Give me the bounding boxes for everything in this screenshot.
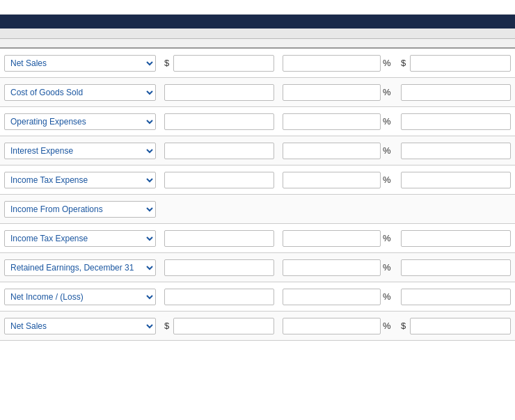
table-row: Operating Expenses% [0,107,515,136]
dollar-input-pina-net-sales-2[interactable] [410,318,511,334]
percent-sign: % [383,145,393,156]
percent-input-sheridan-cost-of-goods-sold[interactable] [283,84,381,101]
row-select-noinput-income-from-operations[interactable]: Income From Operations [4,201,156,218]
row-dollar-pina-net-sales[interactable]: $ [397,52,515,74]
table-header [0,15,515,29]
row-percent-sheridan-cost-of-goods-sold[interactable]: % [278,81,397,104]
row-label-net-sales-2[interactable]: Net Sales [0,315,160,337]
dollar-sign-icon: $ [401,321,408,331]
col-header-percent-sheridan [278,39,397,47]
row-percent-sheridan-net-sales[interactable]: % [278,52,397,74]
row-label-income-from-operations[interactable]: Income From Operations [0,198,160,220]
row-dollar-pina-income-from-operations [397,207,515,212]
percent-sign: % [383,233,393,243]
dollar-input-pina-operating-expenses[interactable] [401,113,511,130]
dollar-input-pina-net-sales[interactable] [410,55,511,72]
dollar-sign-icon: $ [164,321,171,331]
row-select-net-income-loss[interactable]: Net Income / (Loss) [4,289,156,305]
table-row: Cost of Goods Sold% [0,78,515,107]
row-select-net-sales[interactable]: Net Sales [4,55,156,72]
row-label-income-tax-expense-1[interactable]: Income Tax Expense [0,169,160,191]
percent-input-sheridan-income-tax-expense-1[interactable] [283,172,381,188]
dollar-input-sheridan-cost-of-goods-sold[interactable] [164,84,274,101]
percent-input-sheridan-net-sales[interactable] [283,55,381,72]
percent-input-sheridan-income-tax-expense-2[interactable] [283,230,381,247]
row-percent-sheridan-income-from-operations [278,207,397,212]
table-row: Income Tax Expense% [0,224,515,253]
row-dollar-sheridan-net-income-loss[interactable] [160,286,278,308]
row-select-income-tax-expense-1[interactable]: Income Tax Expense [4,172,156,188]
row-select-operating-expenses[interactable]: Operating Expenses [4,113,156,130]
percent-input-sheridan-operating-expenses[interactable] [283,113,381,130]
row-label-income-tax-expense-2[interactable]: Income Tax Expense [0,227,160,250]
income-statement-table: Net Sales$%$Cost of Goods Sold%Operating… [0,15,515,341]
row-dollar-pina-income-tax-expense-1[interactable] [397,169,515,191]
col-header-dollars-sheridan [160,39,278,47]
row-select-retained-earnings[interactable]: Retained Earnings, December 31 [4,259,156,276]
row-dollar-pina-net-sales-2[interactable]: $ [397,315,515,337]
dollar-input-sheridan-interest-expense[interactable] [164,143,274,159]
row-select-cost-of-goods-sold[interactable]: Cost of Goods Sold [4,84,156,101]
dollar-input-sheridan-income-tax-expense-2[interactable] [164,230,274,247]
dollar-input-pina-income-tax-expense-2[interactable] [401,230,511,247]
company-subheader [0,29,515,39]
row-dollar-sheridan-net-sales-2[interactable]: $ [160,315,278,337]
instructions-text [0,0,515,15]
dollar-input-sheridan-net-income-loss[interactable] [164,289,274,305]
table-row: Net Sales$%$ [0,49,515,78]
row-dollar-sheridan-cost-of-goods-sold[interactable] [160,81,278,104]
row-dollar-sheridan-retained-earnings[interactable] [160,257,278,279]
row-dollar-pina-retained-earnings[interactable] [397,257,515,279]
row-dollar-sheridan-income-tax-expense-2[interactable] [160,227,278,250]
dollar-input-pina-interest-expense[interactable] [401,143,511,159]
col-header-dollars-pina [397,39,515,47]
dollar-input-sheridan-retained-earnings[interactable] [164,259,274,276]
dollar-input-pina-income-tax-expense-1[interactable] [401,172,511,188]
row-select-income-tax-expense-2[interactable]: Income Tax Expense [4,230,156,247]
row-label-net-income-loss[interactable]: Net Income / (Loss) [0,286,160,308]
row-dollar-pina-operating-expenses[interactable] [397,111,515,133]
row-label-cost-of-goods-sold[interactable]: Cost of Goods Sold [0,81,160,104]
row-label-net-sales[interactable]: Net Sales [0,52,160,74]
percent-input-sheridan-interest-expense[interactable] [283,143,381,159]
dollar-input-pina-net-income-loss[interactable] [401,289,511,305]
row-percent-sheridan-net-sales-2[interactable]: % [278,315,397,337]
row-label-operating-expenses[interactable]: Operating Expenses [0,111,160,133]
dollar-sign-icon: $ [401,58,408,68]
dollar-input-sheridan-net-sales[interactable] [173,55,274,72]
row-percent-sheridan-interest-expense[interactable]: % [278,140,397,162]
row-percent-sheridan-retained-earnings[interactable]: % [278,257,397,279]
table-rows: Net Sales$%$Cost of Goods Sold%Operating… [0,49,515,341]
row-dollar-pina-net-income-loss[interactable] [397,286,515,308]
table-row: Interest Expense% [0,136,515,165]
table-row: Income Tax Expense% [0,165,515,195]
row-label-interest-expense[interactable]: Interest Expense [0,140,160,162]
percent-input-sheridan-retained-earnings[interactable] [283,259,381,276]
row-dollar-pina-income-tax-expense-2[interactable] [397,227,515,250]
row-percent-sheridan-operating-expenses[interactable]: % [278,111,397,133]
dollar-input-sheridan-net-sales-2[interactable] [173,318,274,334]
row-percent-sheridan-income-tax-expense-1[interactable]: % [278,169,397,191]
row-select-net-sales-2[interactable]: Net Sales [4,318,156,334]
dollar-input-sheridan-income-tax-expense-1[interactable] [164,172,274,188]
row-dollar-sheridan-income-tax-expense-1[interactable] [160,169,278,191]
row-dollar-pina-cost-of-goods-sold[interactable] [397,81,515,104]
dollar-input-pina-retained-earnings[interactable] [401,259,511,276]
table-row: Net Income / (Loss)% [0,282,515,312]
row-dollar-sheridan-income-from-operations [160,207,278,212]
percent-sign: % [383,321,393,331]
row-dollar-sheridan-operating-expenses[interactable] [160,111,278,133]
dollar-input-sheridan-operating-expenses[interactable] [164,113,274,130]
percent-input-sheridan-net-income-loss[interactable] [283,289,381,305]
percent-input-sheridan-net-sales-2[interactable] [283,318,381,334]
row-percent-sheridan-net-income-loss[interactable]: % [278,286,397,308]
row-dollar-sheridan-net-sales[interactable]: $ [160,52,278,74]
percent-sign: % [383,175,393,185]
row-select-interest-expense[interactable]: Interest Expense [4,143,156,159]
row-percent-sheridan-income-tax-expense-2[interactable]: % [278,227,397,250]
row-dollar-pina-interest-expense[interactable] [397,140,515,162]
col-header-label [0,39,160,47]
dollar-input-pina-cost-of-goods-sold[interactable] [401,84,511,101]
row-dollar-sheridan-interest-expense[interactable] [160,140,278,162]
row-label-retained-earnings[interactable]: Retained Earnings, December 31 [0,257,160,279]
